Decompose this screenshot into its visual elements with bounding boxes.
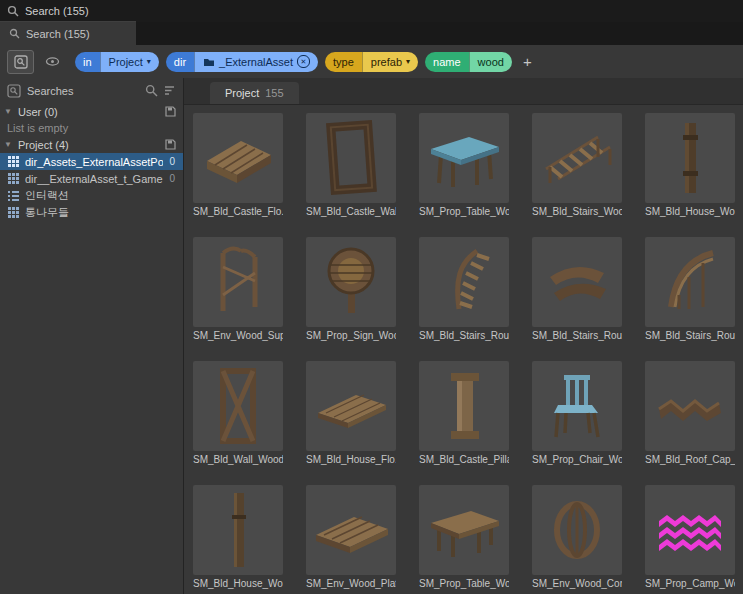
house-floor-thumb-image [306, 361, 396, 451]
results-tab-label: Project [225, 87, 259, 99]
tab-search[interactable]: Search (155) [0, 21, 136, 45]
asset-label: SM_Prop_Table_Wo... [419, 578, 509, 590]
sidebar-group-user[interactable]: ▼ User (0) [0, 103, 183, 120]
magenta-camp-thumb-image [645, 485, 735, 575]
asset-thumbnail [645, 113, 735, 203]
save-search-icon[interactable] [165, 139, 176, 150]
filter-chip-in[interactable]: in Project ▾ [75, 52, 159, 72]
add-filter-button[interactable]: + [523, 53, 532, 70]
asset-tile[interactable]: SM_Prop_Camp_Wo... [645, 485, 735, 590]
asset-tile[interactable]: SM_Bld_Castle_Pilla... [419, 361, 509, 466]
chip-value-dropdown[interactable]: Project ▾ [100, 52, 159, 72]
filter-chip-dir[interactable]: dir _ExternalAsset ✕ [166, 52, 318, 72]
asset-tile[interactable]: SM_Bld_Stairs_Rou... [532, 237, 622, 342]
asset-thumbnail [193, 485, 283, 575]
asset-label: SM_Prop_Camp_Wo... [645, 578, 735, 590]
window-title: Search (155) [25, 5, 89, 17]
asset-thumbnail [306, 361, 396, 451]
asset-thumbnail [532, 485, 622, 575]
saved-search-label: 인터랙션 [25, 188, 175, 203]
wall-frame-thumb-image [306, 113, 396, 203]
asset-tile[interactable]: SM_Bld_Stairs_Rou... [419, 237, 509, 342]
asset-thumbnail [419, 485, 509, 575]
asset-label: SM_Prop_Chair_Wo... [532, 454, 622, 466]
chevron-down-icon: ▾ [147, 58, 151, 66]
chip-key: type [325, 52, 362, 72]
asset-thumbnail [306, 113, 396, 203]
titlebar: Search (155) [0, 0, 743, 22]
group-label: User (0) [18, 106, 161, 118]
asset-label: SM_Env_Wood_Con... [532, 578, 622, 590]
asset-tile[interactable]: SM_Env_Wood_Con... [532, 485, 622, 590]
asset-tile[interactable]: SM_Bld_House_Wo... [645, 113, 735, 218]
wood-post-thumb-image [193, 485, 283, 575]
saved-search-item[interactable]: 인터랙션 [0, 187, 183, 204]
asset-thumbnail [193, 361, 283, 451]
asset-label: SM_Bld_House_Wo... [193, 578, 283, 590]
toggle-inspector-button[interactable] [40, 51, 65, 73]
panel-search-icon [14, 55, 28, 69]
saved-search-label: dir__ExternalAsset_t_Game... [25, 173, 163, 185]
round-sign-thumb-image [306, 237, 396, 327]
asset-tile[interactable]: SM_Env_Wood_Plat... [306, 485, 396, 590]
asset-thumbnail [419, 113, 509, 203]
filter-chip-type[interactable]: type prefab ▾ [325, 52, 418, 72]
asset-tile[interactable]: SM_Bld_Castle_Flo... [193, 113, 283, 218]
asset-tile[interactable]: SM_Bld_House_Flo... [306, 361, 396, 466]
saved-search-item[interactable]: dir__ExternalAsset_t_Game... 0 [0, 170, 183, 187]
remove-filter-icon[interactable]: ✕ [297, 55, 310, 68]
saved-searches-header: Searches [0, 78, 183, 103]
searches-title: Searches [27, 85, 139, 97]
search-icon[interactable] [145, 84, 158, 97]
chip-value[interactable]: wood [469, 52, 512, 72]
asset-label: SM_Bld_Wall_Wood... [193, 454, 283, 466]
saved-searches-panel: Searches ▼ User (0) List is empty ▼ Proj… [0, 78, 184, 594]
chip-value[interactable]: _ExternalAsset ✕ [194, 52, 318, 72]
search-window: Search (155) Search (155) [0, 0, 743, 594]
results-area: Project 155 SM_Bld_Castle_Flo... [184, 78, 743, 594]
chip-value-label: _ExternalAsset [219, 56, 293, 68]
searches-panel-icon [7, 84, 21, 98]
tab-project-results[interactable]: Project 155 [210, 82, 299, 104]
saved-search-item[interactable]: 통나무들 [0, 204, 183, 221]
asset-tile[interactable]: SM_Prop_Table_Wo... [419, 485, 509, 590]
asset-label: SM_Env_Wood_Sup... [193, 330, 283, 342]
empty-list-text: List is empty [0, 120, 183, 136]
chip-value-label: prefab [371, 56, 402, 68]
chip-value-dropdown[interactable]: prefab ▾ [362, 52, 418, 72]
asset-label: SM_Bld_Stairs_Rou... [532, 330, 622, 342]
filter-chip-name[interactable]: name wood [425, 52, 512, 72]
platform-thumb-image [306, 485, 396, 575]
asset-tile[interactable]: SM_Bld_Roof_Cap_... [645, 361, 735, 466]
asset-tile[interactable]: SM_Env_Wood_Sup... [193, 237, 283, 342]
asset-tile[interactable]: SM_Bld_Castle_Wal... [306, 113, 396, 218]
wood-spool-thumb-image [532, 485, 622, 575]
wood-beam-thumb-image [645, 113, 735, 203]
sidebar-group-project[interactable]: ▼ Project (4) [0, 136, 183, 153]
toggle-saved-searches-button[interactable] [7, 50, 34, 74]
asset-thumbnail [532, 361, 622, 451]
asset-tile[interactable]: SM_Bld_Stairs_Rou... [645, 237, 735, 342]
asset-thumbnail [645, 237, 735, 327]
chip-key: name [425, 52, 469, 72]
asset-tile[interactable]: SM_Bld_House_Wo... [193, 485, 283, 590]
grid-icon [8, 156, 19, 167]
chip-value-label: wood [478, 56, 504, 68]
save-search-icon[interactable] [165, 106, 176, 117]
saved-search-label: dir_Assets_ExternalAssetPol [25, 156, 163, 168]
asset-tile[interactable]: SM_Prop_Table_Wo... [419, 113, 509, 218]
chevron-down-icon: ▾ [406, 58, 410, 66]
results-header: Project 155 [184, 78, 743, 105]
sort-icon[interactable] [164, 85, 176, 96]
saved-search-label: 통나무들 [25, 205, 175, 220]
asset-tile[interactable]: SM_Bld_Stairs_Woo... [532, 113, 622, 218]
curved-rail-thumb-image [645, 237, 735, 327]
saved-search-item[interactable]: dir_Assets_ExternalAssetPol 0 [0, 153, 183, 170]
asset-tile[interactable]: SM_Bld_Wall_Wood... [193, 361, 283, 466]
asset-tile[interactable]: SM_Prop_Chair_Wo... [532, 361, 622, 466]
wall-lattice-thumb-image [193, 361, 283, 451]
search-toolbar: in Project ▾ dir _ExternalAsset ✕ type [0, 45, 743, 79]
asset-label: SM_Bld_Stairs_Rou... [419, 330, 509, 342]
curved-stair-pieces-thumb-image [532, 237, 622, 327]
asset-tile[interactable]: SM_Prop_Sign_Woo... [306, 237, 396, 342]
